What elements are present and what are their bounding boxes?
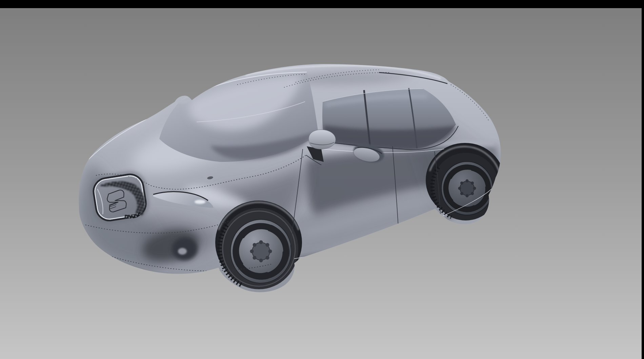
right-letterbox-bar [642, 0, 644, 359]
cad-application-window [0, 0, 644, 359]
front-grille [90, 171, 149, 224]
mirror-cap [309, 130, 336, 149]
3d-viewport[interactable] [0, 0, 644, 359]
fog-lamp [178, 248, 187, 255]
top-letterbox-bar [0, 0, 644, 8]
